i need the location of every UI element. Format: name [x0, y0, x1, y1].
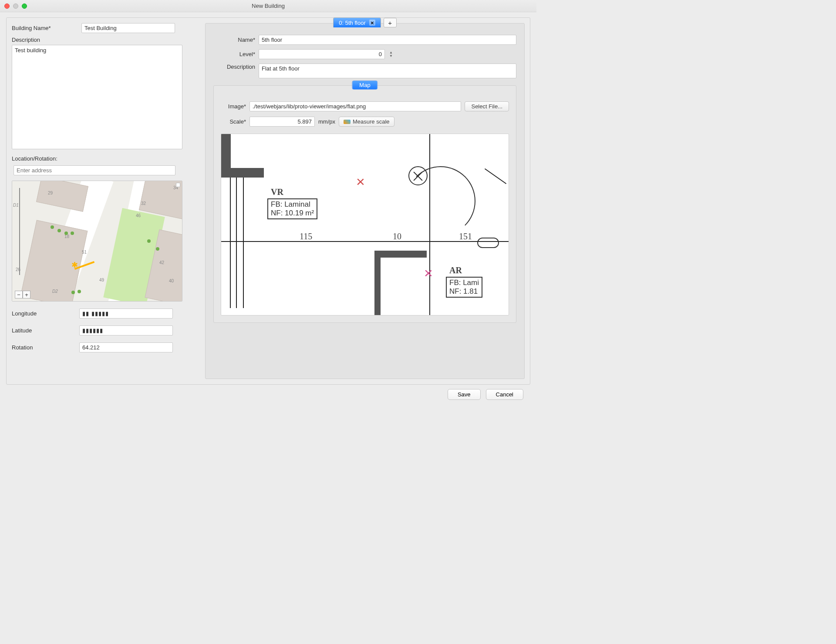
map-section: Map Image* Select File... Scale* mm/px — [213, 85, 516, 323]
main-panel: Building Name* Description Test building… — [6, 17, 530, 385]
floor-tab-strip: 0: 5th floor × + — [206, 17, 524, 27]
map-label: 51 — [82, 250, 87, 255]
building-name-input[interactable] — [81, 23, 175, 33]
room-info-box: FB: Lami NF: 1.81 — [446, 277, 482, 298]
floor-description-input[interactable]: Flat at 5th floor — [259, 64, 516, 78]
scale-unit: mm/px — [318, 118, 335, 125]
floor-level-label: Level* — [213, 51, 255, 57]
window-title: New Building — [0, 3, 536, 9]
floor-description-row: Description Flat at 5th floor — [213, 64, 516, 78]
floor-tab[interactable]: 0: 5th floor × — [333, 17, 381, 27]
map-label: 29 — [48, 191, 53, 195]
longitude-label: Longitude — [12, 310, 79, 317]
measure-scale-button[interactable]: Measure scale — [339, 117, 394, 127]
floor-level-row: Level* ▲ ▼ — [213, 49, 516, 59]
chevron-down-icon[interactable]: ▼ — [389, 54, 393, 58]
dimension-label: 10 — [393, 231, 401, 242]
map-label: 49 — [99, 278, 104, 282]
floor-name-input[interactable] — [259, 35, 516, 45]
scale-label: Scale* — [221, 118, 246, 125]
floorplan-preview[interactable]: VR FB: Laminal NF: 10.19 m² 115 10 151 ×… — [221, 134, 509, 315]
save-button[interactable]: Save — [448, 389, 481, 400]
image-label: Image* — [221, 103, 246, 110]
floor-panel: 0: 5th floor × + Name* Level* — [205, 23, 525, 379]
ruler-icon — [344, 120, 351, 124]
location-marker-icon: ✱ — [71, 260, 78, 270]
dimension-label: 115 — [300, 231, 312, 242]
rotation-row: Rotation — [12, 342, 199, 352]
building-form: Building Name* Description Test building… — [12, 23, 199, 379]
building-name-label: Building Name* — [12, 25, 77, 31]
zoom-out-button[interactable]: − — [15, 291, 23, 299]
map-label: 46 — [136, 213, 141, 218]
map-label: D1 — [13, 203, 19, 208]
add-floor-button[interactable]: + — [384, 18, 397, 27]
close-icon[interactable]: × — [369, 20, 375, 26]
layers-icon[interactable] — [176, 183, 180, 187]
rotation-label: Rotation — [12, 344, 79, 351]
location-section-label: Location/Rotation: — [12, 155, 199, 162]
zoom-slider[interactable] — [19, 188, 20, 275]
titlebar: New Building — [0, 0, 536, 12]
map-tab[interactable]: Map — [352, 80, 378, 90]
select-file-button[interactable]: Select File... — [465, 101, 509, 111]
longitude-row: Longitude — [12, 309, 199, 319]
floor-name-label: Name* — [213, 37, 255, 43]
building-description-block: Description Test building — [12, 37, 199, 149]
address-input[interactable] — [13, 165, 175, 175]
building-description-label: Description — [12, 37, 199, 43]
scale-input[interactable] — [249, 117, 315, 127]
rotation-input[interactable] — [79, 342, 173, 352]
latitude-row: Latitude — [12, 325, 199, 335]
latitude-label: Latitude — [12, 327, 79, 334]
floor-form: Name* Level* ▲ ▼ Description — [206, 23, 524, 330]
plus-icon: + — [388, 19, 392, 27]
room-info-box: FB: Laminal NF: 10.19 m² — [267, 198, 317, 219]
building-description-input[interactable]: Test building — [12, 45, 182, 149]
room-label: AR — [449, 265, 462, 275]
image-path-input[interactable] — [249, 101, 461, 111]
floor-tab-label: 0: 5th floor — [339, 20, 365, 26]
floor-level-input[interactable] — [259, 49, 385, 59]
measure-scale-label: Measure scale — [353, 118, 390, 125]
marker-x-icon: × — [356, 173, 365, 190]
image-row: Image* Select File... — [221, 101, 509, 111]
map-label: D2 — [52, 289, 58, 294]
room-label: VR — [271, 187, 283, 197]
building-name-row: Building Name* — [12, 23, 199, 33]
content: Building Name* Description Test building… — [0, 12, 536, 409]
map-label: 40 — [169, 278, 174, 283]
map-label: 42 — [159, 260, 164, 265]
location-map[interactable]: 29 34 32 46 18 51 42 26 49 40 D1 D2 — [12, 181, 182, 302]
map-label: 32 — [141, 201, 146, 206]
floor-name-row: Name* — [213, 35, 516, 45]
level-stepper[interactable]: ▲ ▼ — [389, 51, 393, 58]
scale-row: Scale* mm/px Measure scale — [221, 117, 509, 127]
zoom-in-button[interactable]: + — [23, 291, 30, 299]
latitude-input[interactable] — [79, 325, 173, 335]
dimension-label: 151 — [459, 231, 472, 242]
zoom-controls: − + — [15, 291, 30, 299]
longitude-input[interactable] — [79, 309, 173, 319]
floor-description-label: Description — [213, 64, 255, 70]
marker-x-icon: × — [424, 265, 433, 282]
cancel-button[interactable]: Cancel — [486, 389, 523, 400]
window: New Building Building Name* Description … — [0, 0, 536, 409]
dialog-buttons: Save Cancel — [6, 385, 530, 400]
